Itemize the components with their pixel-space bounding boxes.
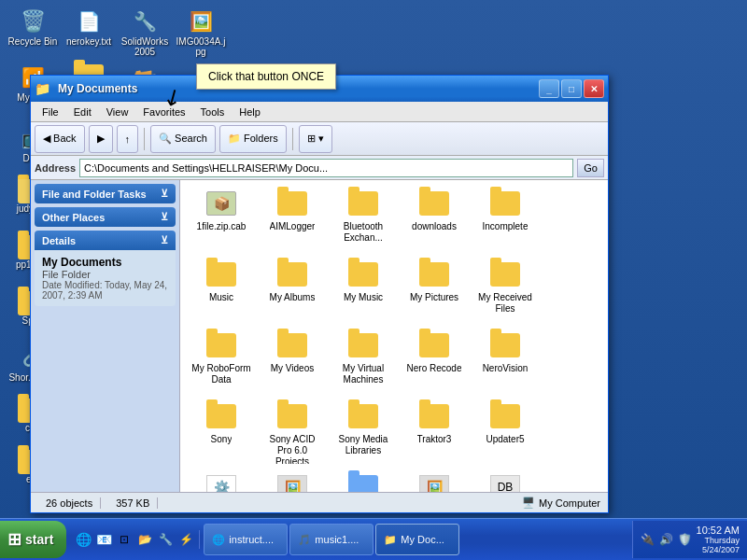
- menu-file[interactable]: File: [35, 105, 66, 119]
- address-input[interactable]: [79, 159, 573, 177]
- desktop-icon-img0034a[interactable]: 🖼️ IMG0034A.jpg: [173, 5, 229, 59]
- tray-icon-security[interactable]: 🛡️: [678, 532, 693, 547]
- file-item[interactable]: 🖼️ Picture023.jpg: [401, 471, 468, 492]
- status-computer: 🖥️ My Computer: [522, 497, 600, 509]
- details-date: Date Modified: Today, May 24, 2007, 2:39…: [42, 280, 168, 301]
- file-item[interactable]: Incomplete: [472, 188, 539, 255]
- maximize-button[interactable]: □: [561, 79, 582, 98]
- file-item[interactable]: My Virtual Machines: [330, 329, 397, 397]
- close-button[interactable]: ✕: [584, 79, 604, 98]
- status-size: 357 KB: [108, 497, 158, 509]
- window-controls: _ □ ✕: [539, 79, 604, 98]
- quicklaunch-email[interactable]: 📧: [94, 530, 113, 549]
- menu-edit[interactable]: Edit: [66, 105, 99, 119]
- file-item[interactable]: NeroVision: [472, 329, 539, 397]
- menu-help[interactable]: Help: [232, 105, 268, 119]
- forward-button[interactable]: ▶: [89, 125, 113, 153]
- tray-icon-volume[interactable]: 🔊: [659, 532, 674, 547]
- file-item[interactable]: ⚙️ desktop.ini: [188, 471, 255, 492]
- taskbar-item-mydoc[interactable]: 📁 My Doc...: [375, 524, 459, 555]
- address-label: Address: [35, 162, 76, 174]
- folders-button[interactable]: 📁 Folders: [219, 125, 287, 153]
- my-documents-window: 📁 My Documents _ □ ✕ File Edit View Favo…: [30, 75, 609, 513]
- taskbar-items: 🌐 instruct.... 🎵 music1.... 📁 My Doc...: [204, 524, 631, 555]
- status-count: 26 objects: [38, 497, 101, 509]
- file-item[interactable]: Music: [188, 259, 255, 326]
- menu-tools[interactable]: Tools: [193, 105, 233, 119]
- file-item[interactable]: DB Thumbs.db: [472, 471, 539, 492]
- file-item[interactable]: 🖼️ DSC00032B...: [259, 471, 326, 492]
- quicklaunch-more3[interactable]: ⚡: [176, 530, 195, 549]
- taskbar-item-music[interactable]: 🎵 music1....: [289, 524, 374, 555]
- file-list: 📦 1file.zip.cab AIMLogger Bluetooth Exch…: [180, 180, 608, 492]
- file-item[interactable]: AIMLogger: [259, 188, 326, 255]
- system-tray: 🔌 🔊 🛡️ 10:52 AM Thursday 5/24/2007: [632, 521, 747, 558]
- desktop: 🗑️ Recycle Bin 📄 nerokey.txt 🔧 SolidWork…: [0, 0, 747, 518]
- file-item[interactable]: Sony: [188, 400, 255, 468]
- file-item[interactable]: Traktor3: [401, 400, 468, 468]
- file-folder-tasks-header[interactable]: File and Folder Tasks ⊻: [35, 184, 176, 203]
- file-item[interactable]: My Albums: [259, 259, 326, 326]
- file-item[interactable]: My Pictures: [401, 259, 468, 326]
- file-item[interactable]: Bluetooth Exchan...: [330, 188, 397, 255]
- quicklaunch-ie[interactable]: 🌐: [74, 530, 92, 549]
- desktop-icon-recycle-bin[interactable]: 🗑️ Recycle Bin: [5, 5, 61, 49]
- desktop-icon-nerokey[interactable]: 📄 nerokey.txt: [61, 5, 117, 49]
- tray-icon-network[interactable]: 🔌: [641, 532, 655, 547]
- go-button[interactable]: Go: [577, 159, 604, 177]
- file-item[interactable]: Sony Media Libraries: [330, 400, 397, 468]
- quicklaunch-more2[interactable]: 🔧: [156, 530, 175, 549]
- details-header[interactable]: Details ⊻: [35, 231, 176, 250]
- other-places-section: Other Places ⊻: [35, 207, 176, 227]
- clock: 10:52 AM Thursday 5/24/2007: [697, 525, 740, 554]
- file-item[interactable]: Sony ACID Pro 6.0 Projects: [259, 400, 326, 468]
- menu-favorites[interactable]: Favorites: [135, 105, 192, 119]
- window-title-icon: 📁: [35, 81, 50, 96]
- quicklaunch-more1[interactable]: 📂: [135, 530, 154, 549]
- toolbar: ◀ Back ▶ ↑ 🔍 Search 📁 Folders ⊞ ▾: [31, 122, 608, 156]
- start-button[interactable]: ⊞ start: [0, 521, 66, 558]
- statusbar: 26 objects 357 KB 🖥️ My Computer: [31, 492, 608, 512]
- other-places-header[interactable]: Other Places ⊻: [35, 207, 176, 227]
- taskbar: ⊞ start 🌐 📧 ⊡ 📂 🔧 ⚡ 🌐 instruct.... 🎵 mus…: [0, 518, 747, 560]
- taskbar-item-instruct[interactable]: 🌐 instruct....: [204, 524, 288, 555]
- details-content: My Documents File Folder Date Modified: …: [35, 250, 176, 306]
- left-panel: File and Folder Tasks ⊻ Other Places ⊻ D…: [31, 180, 180, 492]
- file-item[interactable]: My Sharing Folders: [330, 471, 397, 492]
- back-button[interactable]: ◀ Back: [35, 125, 85, 153]
- minimize-button[interactable]: _: [539, 79, 559, 98]
- desktop-icon-solidworks[interactable]: 🔧 SolidWorks 2005: [117, 5, 173, 59]
- file-folder-tasks-section: File and Folder Tasks ⊻: [35, 184, 176, 203]
- details-type: File Folder: [42, 269, 168, 280]
- file-item[interactable]: downloads: [401, 188, 468, 255]
- search-button[interactable]: 🔍 Search: [150, 125, 216, 153]
- up-button[interactable]: ↑: [117, 125, 139, 153]
- views-button[interactable]: ⊞ ▾: [299, 125, 332, 153]
- file-item[interactable]: Updater5: [472, 400, 539, 468]
- quicklaunch-icons[interactable]: ⊡: [115, 530, 134, 549]
- file-item[interactable]: My RoboForm Data: [188, 329, 255, 397]
- menubar: File Edit View Favorites Tools Help: [31, 102, 608, 122]
- details-section: Details ⊻ My Documents File Folder Date …: [35, 231, 176, 306]
- menu-view[interactable]: View: [99, 105, 136, 119]
- file-item[interactable]: Nero Recode: [401, 329, 468, 397]
- status-computer-label: My Computer: [539, 497, 600, 509]
- file-item[interactable]: 📦 1file.zip.cab: [188, 188, 255, 255]
- details-name: My Documents: [42, 256, 168, 269]
- content-area: File and Folder Tasks ⊻ Other Places ⊻ D…: [31, 180, 608, 492]
- file-item[interactable]: My Videos: [259, 329, 326, 397]
- file-item[interactable]: My Received Files: [472, 259, 539, 326]
- tooltip: Click that button ONCE: [196, 63, 336, 90]
- file-item[interactable]: My Music: [330, 259, 397, 326]
- addressbar: Address Go: [31, 156, 608, 180]
